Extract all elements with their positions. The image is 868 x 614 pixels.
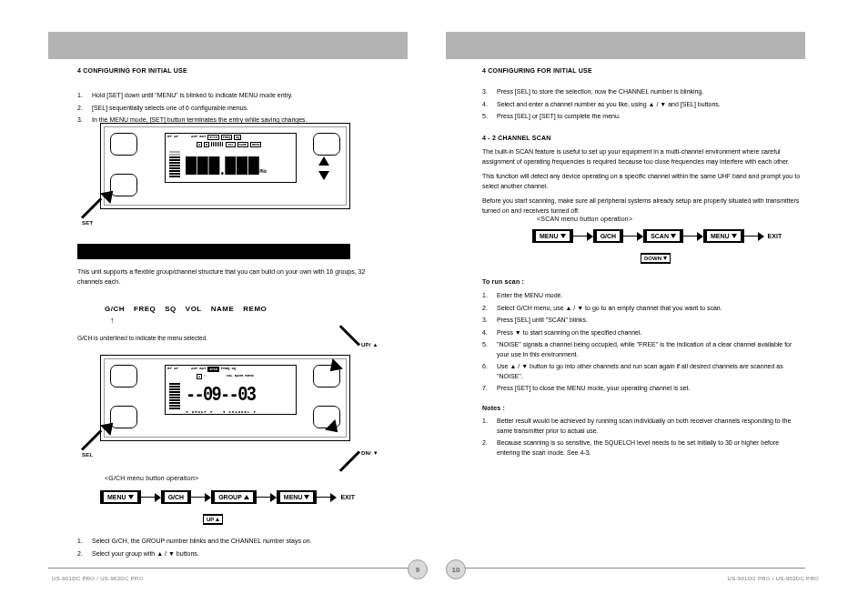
menu-freq: FREQ	[134, 305, 156, 313]
flow-2: MENU G/CH SCAN MENU EXIT	[532, 229, 782, 243]
up-arrow-under-gch: ↑	[110, 316, 115, 325]
page-left: 4 CONFIGURING FOR INITIAL USE 1.Hold [SE…	[32, 0, 432, 614]
flow1-exit: EXIT	[340, 494, 355, 500]
flow-arrow-icon	[257, 494, 277, 501]
pointer-up-label: UP/ ▲	[361, 342, 378, 347]
section-4-1-bar	[77, 244, 350, 259]
left-footer-text: US-901DC PRO / US-902DC PRO	[52, 576, 143, 581]
right-title-bar	[446, 32, 805, 59]
intro-line-2: [SEL] sequentially selects one of 6 conf…	[92, 104, 248, 114]
left-footer-line	[48, 568, 408, 569]
flow-arrow-icon	[141, 494, 161, 501]
panel2-lcd: RF AFANTBAT G/CH FREQSQ AB VOLNAMEREMO -…	[165, 365, 297, 415]
pointer-dn-label: DN/ ▼	[361, 450, 378, 456]
vu-meter-icon	[169, 145, 180, 177]
right-carryover-steps: 3.Press [SEL] to store the selection, no…	[482, 87, 792, 125]
flow1-caption: <G/CH menu button operation>	[105, 475, 198, 481]
vu-meter-icon-2	[169, 377, 180, 409]
flow-arrow-icon	[744, 233, 764, 240]
flow1-menu2: MENU	[277, 490, 318, 504]
panel1-lcd: RF AF ANTBAT G/CHFREQSQ AB VOLNAMEREMO M…	[165, 133, 297, 183]
gch-underlined-note: G/CH is underlined to indicate the menu …	[77, 334, 373, 343]
scan-title: 4 - 2 CHANNEL SCAN	[482, 135, 550, 141]
left-page-number-dot: 9	[408, 559, 428, 579]
left-section-header: 4 CONFIGURING FOR INITIAL USE	[77, 67, 187, 74]
panel1-digits: MHz	[186, 156, 267, 175]
run-scan-steps: 1.Enter the MENU mode. 2.Select G/CH men…	[482, 291, 801, 397]
menu-name: NAME	[211, 305, 235, 313]
flow-arrow-icon	[191, 494, 211, 501]
page-right: 4 CONFIGURING FOR INITIAL USE 3.Press [S…	[446, 0, 846, 614]
flow2-sub: DOWN	[641, 253, 671, 264]
menu-gch: G/CH	[105, 305, 125, 313]
group-para: This unit supports a flexible group/chan…	[77, 267, 373, 287]
scan-paras: The built-in SCAN feature is useful to s…	[482, 147, 801, 216]
flow-arrow-icon	[573, 233, 593, 240]
panel2-digits: --09--03	[186, 384, 255, 407]
device-panel-2: RF AFANTBAT G/CH FREQSQ AB VOLNAMEREMO -…	[100, 355, 350, 441]
flow2-gch: G/CH	[593, 229, 624, 243]
flow2-exit: EXIT	[768, 233, 782, 239]
left-steps: 1.Select G/CH, the GROUP number blinks a…	[77, 537, 387, 561]
menu-vol: VOL	[186, 305, 202, 313]
flow-arrow-icon	[623, 233, 643, 240]
intro-line-1: Hold [SET] down until "MENU" is blinked …	[92, 91, 293, 101]
run-scan-title: To run scan :	[482, 278, 524, 285]
pointer-set-label: SET	[82, 220, 93, 226]
left-title-bar	[48, 32, 408, 59]
panel2-btn-set[interactable]	[110, 365, 137, 388]
pointer-up	[332, 344, 364, 376]
notes-list: 1.Better result would be achieved by run…	[482, 417, 801, 460]
panel1-btn-top-right[interactable]	[313, 133, 340, 156]
flow-1: MENU G/CH GROUP MENU EXIT	[100, 490, 355, 504]
menu-remo: REMO	[243, 305, 267, 313]
flow2-menu1: MENU	[532, 229, 573, 243]
flow1-sub: UP	[203, 514, 223, 525]
pointer-set	[82, 191, 114, 223]
right-footer-line	[446, 568, 805, 569]
panel1-btn-top-left[interactable]	[110, 133, 137, 156]
flow1-group: GROUP	[211, 490, 257, 504]
flow2-caption: <SCAN menu button operation>	[537, 216, 632, 222]
flow1-gch: G/CH	[161, 490, 192, 504]
notes-title: Notes :	[482, 405, 505, 411]
right-page-number-dot: 10	[446, 559, 466, 579]
pointer-sel	[82, 423, 114, 455]
flow-arrow-icon	[683, 233, 703, 240]
device-panel-1: RF AF ANTBAT G/CHFREQSQ AB VOLNAMEREMO M…	[100, 123, 350, 209]
pointer-sel-label: SEL	[82, 452, 93, 458]
right-footer-text: US-901DC PRO / US-902DC PRO	[728, 576, 819, 581]
flow-arrow-icon	[317, 494, 337, 501]
right-section-header: 4 CONFIGURING FOR INITIAL USE	[482, 67, 592, 74]
flow2-menu2: MENU	[703, 229, 744, 243]
flow2-scan: SCAN	[643, 229, 683, 243]
menu-item-list: G/CH FREQ SQ VOL NAME REMO	[105, 305, 267, 313]
triangle-down-icon	[318, 171, 329, 180]
flow2-down-box: DOWN	[641, 253, 671, 264]
panel1-up-down[interactable]	[318, 156, 329, 180]
menu-sq: SQ	[165, 305, 177, 313]
flow1-menu1: MENU	[100, 490, 141, 504]
pointer-dn	[332, 423, 364, 455]
triangle-up-icon	[318, 156, 329, 166]
flow1-up-box: UP	[203, 514, 223, 525]
